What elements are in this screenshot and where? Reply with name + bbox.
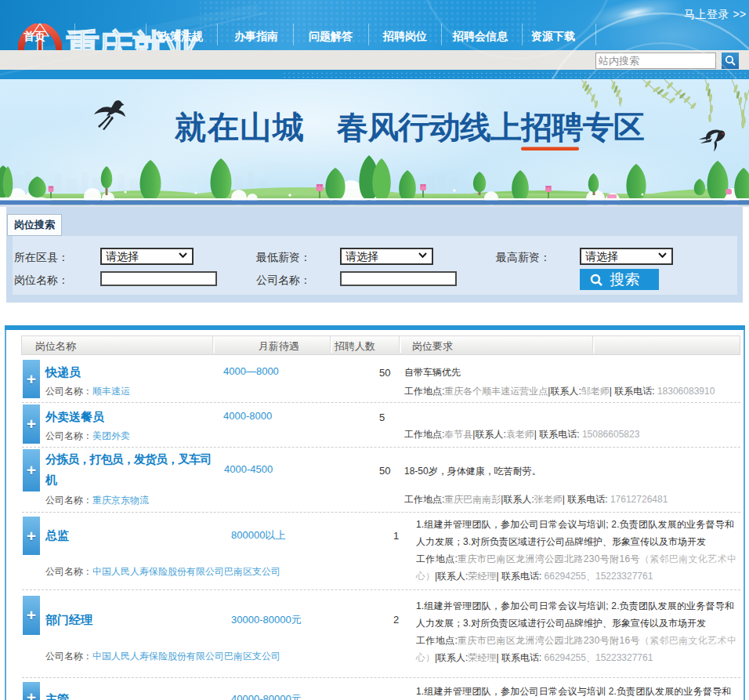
svg-text:春风行动线上招聘专区: 春风行动线上招聘专区	[336, 110, 645, 144]
